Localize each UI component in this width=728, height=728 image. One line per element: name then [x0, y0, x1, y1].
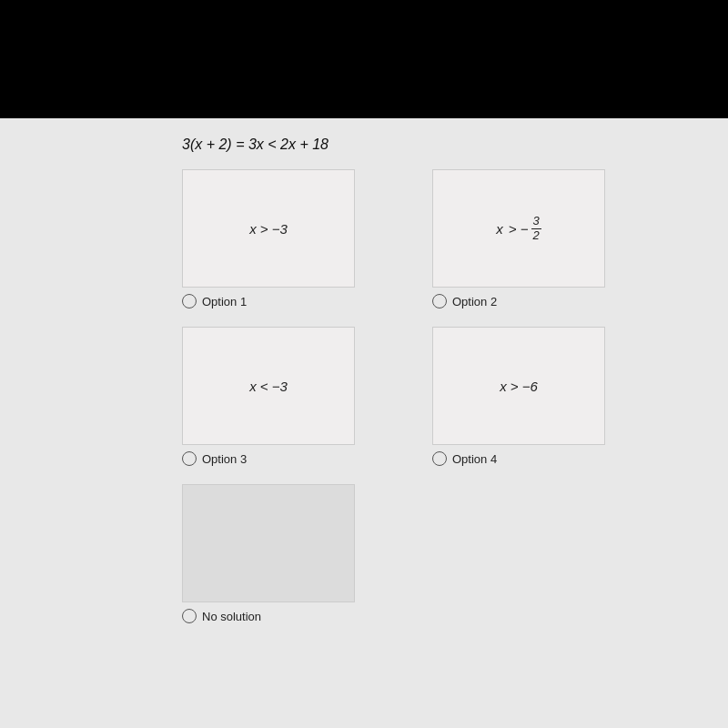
option2-label: Option 2 [452, 295, 497, 308]
option-box-5 [182, 484, 355, 602]
option-box-3: x < −3 [182, 327, 355, 445]
option-box-4: x > −6 [432, 327, 605, 445]
option3-label: Option 3 [202, 452, 247, 466]
option-cell-2: x > −32 Option 2 [432, 169, 655, 308]
option1-radio[interactable] [182, 294, 197, 308]
option5-label-row: No solution [182, 609, 405, 623]
option4-expression: x > −6 [500, 379, 538, 394]
option3-radio[interactable] [182, 451, 197, 466]
options-grid: x > −3 Option 1 x > −32 Option 2 x < −3 [182, 169, 655, 623]
main-content: 3(x + 2) = 3x < 2x + 18 x > −3 Option 1 … [0, 118, 728, 728]
option4-label: Option 4 [452, 452, 497, 466]
option-box-2: x > −32 [432, 169, 605, 288]
option2-expression: x > −32 [496, 215, 541, 242]
equation-display: 3(x + 2) = 3x < 2x + 18 [182, 136, 701, 153]
option2-radio[interactable] [432, 294, 447, 308]
option1-label-row: Option 1 [182, 294, 405, 308]
option4-label-row: Option 4 [432, 451, 655, 466]
option-cell-5: No solution [182, 484, 405, 623]
option5-radio[interactable] [182, 609, 197, 623]
option-cell-4: x > −6 Option 4 [432, 327, 655, 466]
option4-radio[interactable] [432, 451, 447, 466]
option-box-1: x > −3 [182, 169, 355, 288]
option-cell-1: x > −3 Option 1 [182, 169, 405, 308]
option3-label-row: Option 3 [182, 451, 405, 466]
option3-expression: x < −3 [249, 379, 288, 394]
option-cell-3: x < −3 Option 3 [182, 327, 405, 466]
top-black-bar [0, 0, 728, 118]
option1-expression: x > −3 [249, 221, 288, 237]
option5-label: No solution [202, 610, 261, 623]
option2-label-row: Option 2 [432, 294, 655, 308]
option1-label: Option 1 [202, 295, 247, 308]
